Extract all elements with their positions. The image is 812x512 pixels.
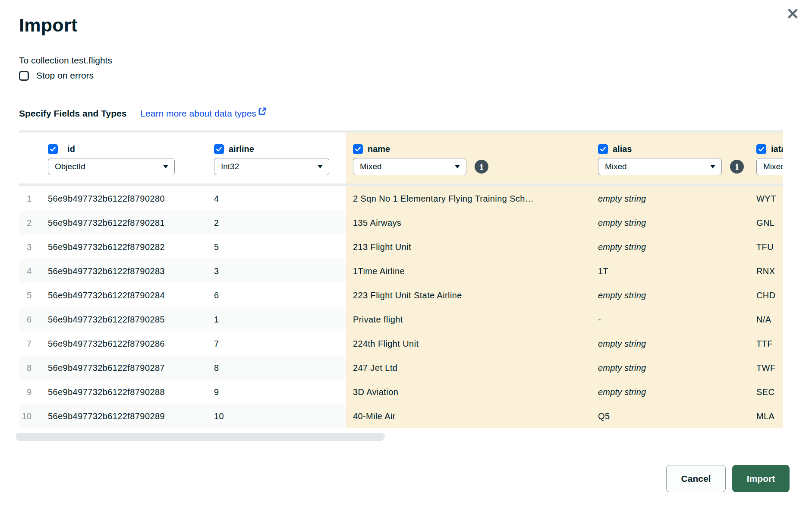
section-title: Specify Fields and Types <box>19 108 126 119</box>
cell-airline: 3 <box>207 259 346 283</box>
field-label-alias: alias <box>613 144 632 154</box>
field-label-iata: iata <box>771 144 783 154</box>
fields-table-body: 156e9b497732b6122f879028042 Sqn No 1 Ele… <box>19 186 783 428</box>
cell-id: 56e9b497732b6122f8790286 <box>41 332 207 356</box>
cell-name: Private flight <box>346 307 591 332</box>
row-number: 2 <box>19 211 41 235</box>
field-label-name: name <box>368 144 390 154</box>
field-checkbox-name[interactable] <box>353 144 363 154</box>
info-icon[interactable]: i <box>475 160 488 174</box>
cell-id: 56e9b497732b6122f8790282 <box>41 235 207 259</box>
row-number: 1 <box>19 186 41 211</box>
cell-alias: Q5 <box>591 404 749 428</box>
field-type-select-iata[interactable]: Mixed <box>756 158 783 175</box>
import-modal: Import To collection test.flights Stop o… <box>0 0 812 512</box>
cell-iata: TTF <box>749 332 783 356</box>
cell-alias: empty string <box>591 380 749 404</box>
cell-airline: 5 <box>207 235 346 259</box>
cell-airline: 9 <box>207 380 346 404</box>
table-row: 556e9b497732b6122f87902846223 Flight Uni… <box>19 283 783 307</box>
import-button[interactable]: Import <box>732 465 790 492</box>
fields-table-header: _idObjectIdairlineInt32nameMixedialiasMi… <box>19 130 783 186</box>
external-link-icon <box>258 107 267 118</box>
field-checkbox-_id[interactable] <box>48 144 58 154</box>
column-header-alias: aliasMixedi <box>591 133 749 186</box>
cell-alias: empty string <box>591 283 749 307</box>
cell-id: 56e9b497732b6122f8790283 <box>41 259 207 283</box>
stop-on-errors-label: Stop on errors <box>36 70 94 81</box>
header-divider <box>19 183 783 186</box>
row-number: 4 <box>19 259 41 283</box>
info-icon[interactable]: i <box>730 160 744 174</box>
cell-airline: 1 <box>207 307 346 332</box>
table-row: 256e9b497732b6122f87902812135 Airwaysemp… <box>19 211 783 235</box>
field-type-select-alias[interactable]: Mixed <box>598 158 722 175</box>
cell-id: 56e9b497732b6122f8790285 <box>41 307 207 332</box>
table-row: 356e9b497732b6122f87902825213 Flight Uni… <box>19 235 783 259</box>
cell-id: 56e9b497732b6122f8790280 <box>41 186 207 211</box>
fields-table: _idObjectIdairlineInt32nameMixedialiasMi… <box>19 130 783 430</box>
cell-airline: 6 <box>207 283 346 307</box>
cell-id: 56e9b497732b6122f8790281 <box>41 211 207 235</box>
field-checkbox-airline[interactable] <box>214 144 224 154</box>
field-type-value-airline: Int32 <box>221 162 239 171</box>
learn-more-link[interactable]: Learn more about data types <box>140 108 267 119</box>
cell-iata: CHD <box>749 283 783 307</box>
cell-alias: empty string <box>591 332 749 356</box>
field-type-select-_id[interactable]: ObjectId <box>48 158 175 175</box>
cancel-button[interactable]: Cancel <box>666 465 726 492</box>
cell-airline: 8 <box>207 356 346 380</box>
chevron-down-icon <box>455 165 460 168</box>
row-number: 10 <box>19 404 41 428</box>
cell-iata: GNL <box>749 211 783 235</box>
cell-name: 2 Sqn No 1 Elementary Flying Training Sc… <box>346 186 591 211</box>
table-row: 156e9b497732b6122f879028042 Sqn No 1 Ele… <box>19 186 783 211</box>
cell-name: 247 Jet Ltd <box>346 356 591 380</box>
field-checkbox-iata[interactable] <box>756 144 766 154</box>
field-type-select-airline[interactable]: Int32 <box>214 158 329 175</box>
column-header-iata: iataMixed <box>749 133 783 186</box>
cell-alias: empty string <box>591 211 749 235</box>
chevron-down-icon <box>163 165 168 168</box>
cell-iata: TFU <box>749 235 783 259</box>
cell-iata: MLA <box>749 404 783 428</box>
cell-alias: 1T <box>591 259 749 283</box>
table-row: 1056e9b497732b6122f87902891040-Mile AirQ… <box>19 404 783 428</box>
chevron-down-icon <box>710 165 715 168</box>
cell-airline: 2 <box>207 211 346 235</box>
row-number: 8 <box>19 356 41 380</box>
cell-id: 56e9b497732b6122f8790287 <box>41 356 207 380</box>
cell-name: 213 Flight Unit <box>346 235 591 259</box>
cell-id: 56e9b497732b6122f8790284 <box>41 283 207 307</box>
cell-alias: empty string <box>591 356 749 380</box>
chevron-down-icon <box>318 165 323 168</box>
cell-iata: SEC <box>749 380 783 404</box>
close-icon[interactable] <box>785 6 800 21</box>
column-header-_id: _idObjectId <box>41 133 207 186</box>
table-row: 856e9b497732b6122f87902878247 Jet Ltdemp… <box>19 356 783 380</box>
field-type-value-alias: Mixed <box>605 162 627 171</box>
page-title: Import <box>19 15 78 36</box>
table-row: 456e9b497732b6122f879028331Time Airline1… <box>19 259 783 283</box>
row-number: 3 <box>19 235 41 259</box>
field-checkbox-alias[interactable] <box>598 144 608 154</box>
cell-alias: empty string <box>591 235 749 259</box>
column-header-name: nameMixedi <box>346 133 591 186</box>
table-row: 956e9b497732b6122f879028893D Aviationemp… <box>19 380 783 404</box>
cell-airline: 7 <box>207 332 346 356</box>
cell-name: 135 Airways <box>346 211 591 235</box>
horizontal-scrollbar-thumb[interactable] <box>16 433 385 441</box>
field-type-select-name[interactable]: Mixed <box>353 158 466 175</box>
cell-alias: empty string <box>591 186 749 211</box>
learn-more-link-label: Learn more about data types <box>140 108 256 119</box>
field-label-_id: _id <box>63 144 75 154</box>
field-label-airline: airline <box>229 144 254 154</box>
cell-id: 56e9b497732b6122f8790288 <box>41 380 207 404</box>
cell-iata: TWF <box>749 356 783 380</box>
cell-name: 1Time Airline <box>346 259 591 283</box>
row-number: 7 <box>19 332 41 356</box>
stop-on-errors-checkbox[interactable] <box>19 71 29 81</box>
cell-name: 223 Flight Unit State Airline <box>346 283 591 307</box>
cell-airline: 10 <box>207 404 346 428</box>
column-header-airline: airlineInt32 <box>207 133 346 186</box>
